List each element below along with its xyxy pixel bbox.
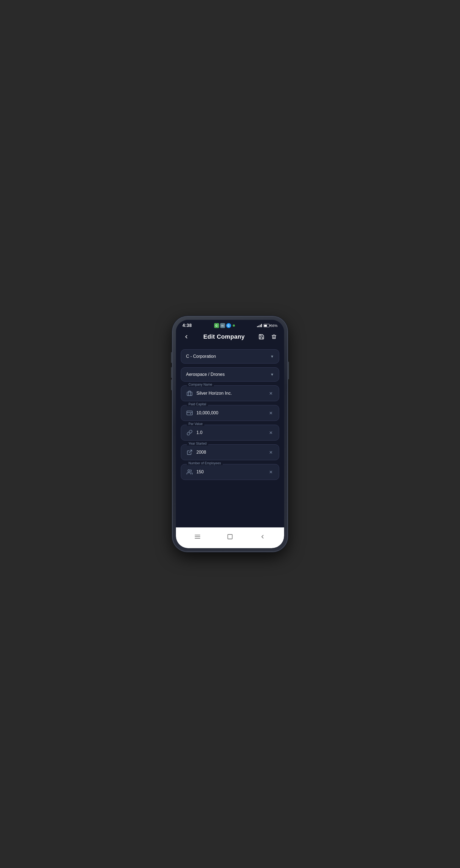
svg-point-3: [190, 413, 191, 414]
paid-capital-field[interactable]: 10,000,000 ✕: [181, 405, 279, 421]
par-value-group: Par Value 1.0 ✕: [181, 425, 279, 440]
battery-icon: 56%: [264, 324, 278, 328]
company-name-clear[interactable]: ✕: [268, 390, 274, 397]
num-employees-group: Number of Employees 150 ✕: [181, 464, 279, 480]
activity-dot: [233, 324, 235, 327]
paid-capital-value: 10,000,000: [196, 410, 264, 415]
company-type-value: C - Corporation: [186, 354, 216, 359]
company-name-field[interactable]: Silver Horizon Inc. ✕: [181, 385, 279, 401]
num-employees-field[interactable]: 150 ✕: [181, 464, 279, 480]
export-icon: [186, 449, 193, 456]
home-button[interactable]: [224, 531, 236, 543]
bottom-nav: [176, 527, 284, 548]
nav-header: Edit Company: [176, 330, 284, 345]
industry-value: Aerospace / Drones: [186, 372, 224, 377]
year-started-clear[interactable]: ✕: [268, 449, 274, 456]
svg-rect-0: [187, 392, 192, 396]
chevron-down-icon: ▼: [270, 354, 274, 359]
app-icon-calendar: 31: [220, 323, 225, 328]
back-button[interactable]: [181, 332, 191, 342]
status-bar: 4:38 G 31 G 56%: [176, 320, 284, 330]
paid-capital-label: Paid Capital: [187, 402, 208, 406]
num-employees-clear[interactable]: ✕: [268, 469, 274, 475]
year-started-label: Year Started: [187, 442, 208, 445]
paid-capital-group: Paid Capital 10,000,000 ✕: [181, 405, 279, 421]
signal-icon: [257, 324, 262, 327]
app-icon-google: G: [226, 323, 231, 328]
battery-percent: 56%: [270, 324, 278, 328]
industry-dropdown[interactable]: Aerospace / Drones ▼: [181, 367, 279, 381]
company-type-dropdown[interactable]: C - Corporation ▼: [181, 349, 279, 364]
num-employees-value: 150: [196, 469, 264, 474]
company-name-label: Company Name: [187, 383, 214, 386]
people-icon: [186, 468, 193, 475]
header-actions: [257, 332, 279, 341]
status-app-icons: G 31 G: [214, 323, 235, 328]
par-value-value: 1.0: [196, 430, 264, 435]
paid-capital-clear[interactable]: ✕: [268, 410, 274, 416]
chevron-down-icon: ▼: [270, 372, 274, 377]
briefcase-icon: [186, 390, 193, 397]
par-value-label: Par Value: [187, 422, 204, 426]
page-title: Edit Company: [203, 333, 245, 340]
phone-frame: 4:38 G 31 G 56%: [173, 316, 287, 552]
year-started-field[interactable]: 2008 ✕: [181, 444, 279, 460]
svg-point-4: [188, 470, 190, 472]
num-employees-label: Number of Employees: [187, 461, 223, 465]
link-icon: [186, 429, 193, 436]
back-nav-button[interactable]: [256, 531, 269, 543]
year-started-value: 2008: [196, 450, 264, 455]
svg-rect-8: [228, 534, 233, 539]
status-time: 4:38: [182, 323, 192, 328]
delete-button[interactable]: [269, 332, 279, 341]
par-value-clear[interactable]: ✕: [268, 429, 274, 436]
year-started-group: Year Started 2008 ✕: [181, 444, 279, 460]
par-value-field[interactable]: 1.0 ✕: [181, 425, 279, 440]
phone-screen: 4:38 G 31 G 56%: [176, 320, 284, 548]
app-icon-whatsapp: G: [214, 323, 219, 328]
company-name-value: Silver Horizon Inc.: [196, 391, 264, 396]
menu-button[interactable]: [191, 531, 204, 543]
wallet-icon: [186, 409, 193, 416]
svg-rect-1: [187, 411, 192, 415]
company-name-group: Company Name Silver Horizon Inc. ✕: [181, 385, 279, 401]
form-content: C - Corporation ▼ Aerospace / Drones ▼ C…: [176, 345, 284, 527]
save-button[interactable]: [257, 332, 266, 341]
status-icons: 56%: [257, 324, 278, 328]
